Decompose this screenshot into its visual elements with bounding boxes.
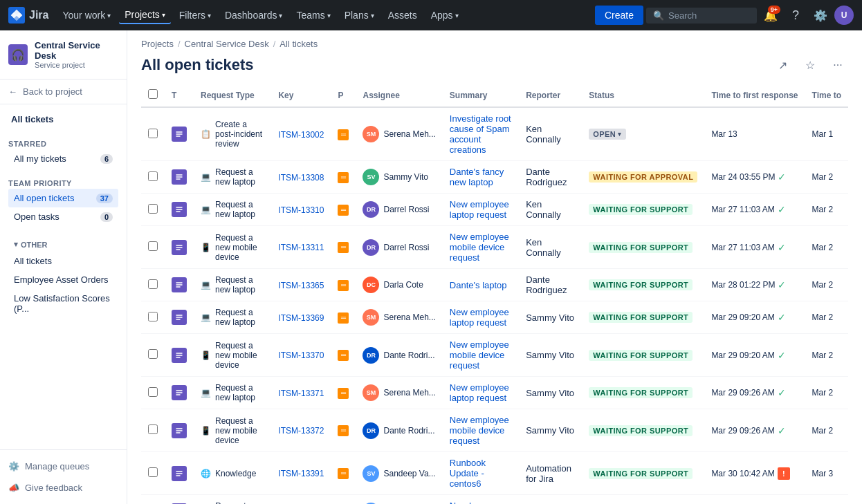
ticket-key-link[interactable]: ITSM-13308 (278, 173, 324, 183)
summary-link[interactable]: Dante's fancy new laptop (450, 167, 504, 187)
row-checkbox[interactable] (148, 129, 158, 138)
sidebar-item-low-satisfaction[interactable]: Low Satisfaction Scores (P... (8, 289, 118, 318)
ticket-key-link[interactable]: ITSM-13310 (278, 205, 324, 215)
status-badge[interactable]: WAITING FOR SUPPORT (589, 312, 693, 323)
status-badge[interactable]: WAITING FOR SUPPORT (589, 242, 693, 253)
status-badge[interactable]: WAITING FOR SUPPORT (589, 425, 693, 436)
give-feedback-link[interactable]: 📣 Give feedback (0, 477, 127, 498)
ticket-key-link[interactable]: ITSM-13372 (278, 426, 324, 436)
col-time-first-response[interactable]: Time to first response (704, 84, 805, 107)
col-summary[interactable]: Summary (443, 84, 519, 107)
row-checkbox[interactable] (148, 279, 158, 289)
time-to-value: Mar 2 (812, 205, 834, 214)
ticket-key-link[interactable]: ITSM-13391 (278, 469, 324, 478)
team-priority-section: TEAM PRIORITY All open tickets 37 Open t… (0, 169, 127, 227)
row-checkbox[interactable] (148, 312, 158, 321)
table-body: 📋 Create a post-incident review ITSM-130… (141, 107, 848, 504)
sidebar-item-all-tickets[interactable]: All tickets (8, 252, 118, 270)
sidebar-item-all-open-tickets[interactable]: All open tickets 37 (8, 189, 118, 207)
breadcrumb-central-service-desk[interactable]: Central Service Desk (185, 39, 269, 49)
ticket-key-link[interactable]: ITSM-13311 (278, 243, 324, 252)
status-badge[interactable]: WAITING FOR SUPPORT (589, 204, 693, 215)
nav-dashboards[interactable]: Dashboards▾ (219, 7, 288, 24)
status-badge[interactable]: WAITING FOR SUPPORT (589, 387, 693, 398)
request-type-icon: 💻 (201, 205, 211, 214)
ticket-key-link[interactable]: ITSM-13371 (278, 389, 324, 398)
star-button[interactable]: ☆ (800, 55, 820, 75)
ticket-key-link[interactable]: ITSM-13002 (278, 130, 324, 140)
summary-link[interactable]: New employee laptop request (450, 382, 509, 403)
time-to-value: Mar 2 (812, 280, 834, 290)
status-badge[interactable]: WAITING FOR SUPPORT (589, 279, 693, 290)
nav-your-work[interactable]: Your work▾ (57, 7, 116, 24)
col-reporter[interactable]: Reporter (519, 84, 582, 107)
summary-link[interactable]: New employee mobile device request (450, 232, 509, 263)
request-type-label: Request a new laptop (215, 167, 264, 187)
sidebar-item-all-my-tickets[interactable]: All my tickets 6 (8, 149, 118, 168)
summary-link[interactable]: New employee laptop request (450, 307, 509, 328)
search-box[interactable]: 🔍 (646, 8, 757, 24)
row-checkbox[interactable] (148, 204, 158, 214)
ticket-key-link[interactable]: ITSM-13370 (278, 351, 324, 360)
reporter-name: Sammy Vito (526, 425, 574, 436)
summary-link[interactable]: Runbook Update - centos6 (450, 458, 486, 489)
settings-button[interactable]: ⚙️ (809, 4, 832, 26)
help-button[interactable]: ? (785, 4, 807, 26)
ticket-key-link[interactable]: ITSM-13365 (278, 281, 324, 290)
col-time-to[interactable]: Time to (805, 84, 848, 107)
col-priority[interactable]: P (331, 84, 356, 107)
sidebar-item-employee-asset-orders[interactable]: Employee Asset Orders (8, 270, 118, 289)
row-checkbox[interactable] (148, 424, 158, 434)
app-logo[interactable]: Jira (8, 7, 48, 24)
summary-link[interactable]: New employee laptop request (450, 199, 509, 220)
row-checkbox[interactable] (148, 387, 158, 397)
manage-queues-link[interactable]: ⚙️ Manage queues (0, 456, 127, 477)
summary-link[interactable]: New employee mobile device request (450, 339, 509, 371)
nav-plans[interactable]: Plans▾ (339, 7, 380, 24)
reporter-name: Sammy Vito (526, 388, 574, 398)
nav-teams[interactable]: Teams▾ (291, 7, 336, 24)
project-info: Central Service Desk Service project (35, 40, 118, 69)
col-request-type[interactable]: Request Type (194, 84, 271, 107)
row-checkbox[interactable] (148, 349, 158, 359)
request-type-label: Create a post-incident review (215, 120, 264, 149)
summary-link[interactable]: Need new laptop (450, 501, 490, 504)
status-badge[interactable]: WAITING FOR APPROVAL (589, 171, 697, 183)
reporter-name: Dante Rodriguez (526, 274, 567, 295)
col-key[interactable]: Key (271, 84, 331, 107)
status-badge[interactable]: WAITING FOR SUPPORT (589, 468, 693, 479)
create-button[interactable]: Create (595, 6, 643, 25)
col-status[interactable]: Status (582, 84, 704, 107)
user-avatar-button[interactable]: U (834, 6, 854, 25)
time-check-icon: ✓ (778, 425, 786, 436)
sidebar-item-label: All my tickets (14, 153, 66, 164)
other-header[interactable]: ▾ OTHER (8, 233, 118, 252)
ticket-key-link[interactable]: ITSM-13369 (278, 313, 324, 323)
notifications-button[interactable]: 🔔 9+ (760, 4, 782, 26)
row-checkbox[interactable] (148, 241, 158, 251)
nav-projects[interactable]: Projects▾ (119, 6, 171, 24)
search-input[interactable] (668, 10, 750, 21)
time-value: Mar 29 09:20 AM (711, 351, 774, 360)
all-tickets-link[interactable]: All tickets (8, 110, 118, 129)
nav-apps[interactable]: Apps▾ (425, 7, 464, 24)
summary-link[interactable]: New employee mobile device request (450, 415, 509, 446)
status-badge[interactable]: WAITING FOR SUPPORT (589, 350, 693, 361)
col-assignee[interactable]: Assignee (356, 84, 442, 107)
summary-link[interactable]: Investigate root cause of Spam account c… (450, 113, 511, 155)
sidebar-project[interactable]: 🎧 Central Service Desk Service project (0, 30, 127, 80)
more-options-button[interactable]: ··· (827, 55, 848, 75)
back-to-project[interactable]: ← Back to project (0, 80, 127, 104)
row-checkbox[interactable] (148, 467, 158, 477)
row-checkbox[interactable] (148, 171, 158, 181)
assignee-cell: SM Serena Meh... (363, 384, 435, 401)
open-in-new-button[interactable]: ↗ (772, 55, 793, 75)
summary-link[interactable]: Dante's laptop (450, 280, 507, 290)
nav-assets[interactable]: Assets (383, 7, 423, 24)
status-badge[interactable]: OPEN ▾ (589, 129, 625, 140)
breadcrumb-projects[interactable]: Projects (141, 39, 174, 49)
select-all-checkbox[interactable] (148, 89, 158, 99)
row-type-icon (172, 202, 187, 217)
nav-filters[interactable]: Filters▾ (174, 7, 217, 24)
sidebar-item-open-tasks[interactable]: Open tasks 0 (8, 207, 118, 226)
